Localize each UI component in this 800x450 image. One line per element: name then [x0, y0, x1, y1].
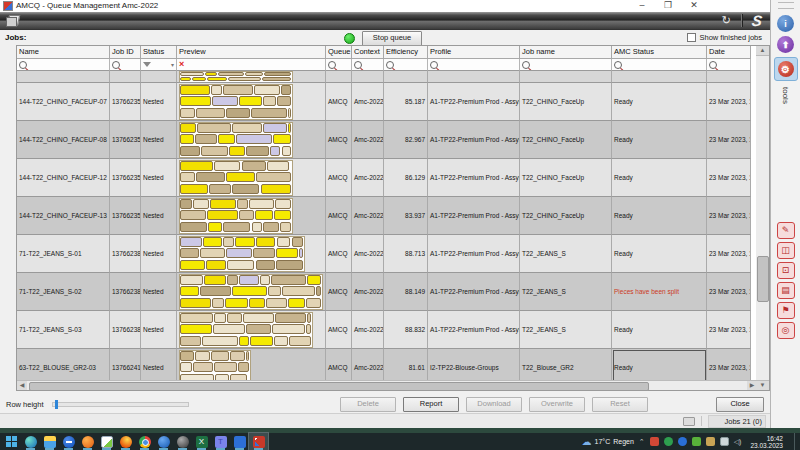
refresh-icon[interactable]: ↻	[722, 13, 731, 27]
filter-preview[interactable]: ×	[177, 59, 326, 71]
horizontal-scrollbar[interactable]: ◀ ▶	[17, 380, 757, 390]
filter-profile[interactable]	[428, 59, 520, 71]
column-header-profile[interactable]: Profile	[428, 46, 520, 59]
clear-filter-icon: ×	[179, 60, 184, 69]
table-row[interactable]: 144-T22_CHINO_FACEUP-0713766235NestedAMC…	[17, 83, 756, 121]
overwrite-button: Overwrite	[529, 397, 585, 412]
close-button[interactable]: Close	[716, 397, 764, 412]
filter-queue[interactable]	[326, 59, 352, 71]
filter-name[interactable]	[17, 59, 110, 71]
copy-icon[interactable]: ⊡	[777, 262, 795, 279]
flag-icon[interactable]: ⚑	[777, 302, 795, 319]
column-header-date[interactable]: Date	[707, 46, 751, 59]
upload-icon[interactable]: ⬆	[777, 36, 794, 53]
column-header-queue[interactable]: Queue	[326, 46, 352, 59]
filter-date[interactable]	[707, 59, 751, 71]
scroll-down-icon[interactable]: ▼	[756, 380, 769, 390]
tray-icon-4[interactable]	[692, 437, 701, 446]
minimize-button[interactable]: –	[636, 0, 648, 11]
column-header-context[interactable]: Context	[352, 46, 384, 59]
sidebar-grip[interactable]	[778, 2, 794, 9]
preview-thumbnail[interactable]	[179, 198, 293, 234]
table-row[interactable]: 71-T22_JEANS_S-0213766238NestedAMCQAmc-2…	[17, 273, 756, 311]
scroll-right-icon[interactable]: ▶	[747, 381, 757, 390]
column-header-preview[interactable]: Preview	[177, 46, 326, 59]
vertical-scroll-thumb[interactable]	[757, 256, 769, 302]
row-height-slider-thumb[interactable]	[55, 400, 58, 409]
queue-box-icon[interactable]	[6, 14, 20, 26]
taskbar-app-sphere-dark-icon[interactable]	[173, 433, 192, 450]
table-row[interactable]: 144-T22_CHINO_FACEUP-1313766235NestedAMC…	[17, 197, 756, 235]
tray-icon-1[interactable]	[650, 437, 659, 446]
table-row[interactable]: 144-T22_CHINO_FACEUP-0813766235NestedAMC…	[17, 121, 756, 159]
info-icon[interactable]: i	[777, 15, 794, 32]
taskbar-excel-icon[interactable]: X	[192, 433, 211, 450]
target-icon[interactable]: ◎	[777, 322, 795, 339]
cell-text-job_id: 13766235	[112, 212, 141, 219]
taskbar-notepad-icon[interactable]	[97, 433, 116, 450]
tray-icon-5[interactable]	[706, 437, 715, 446]
filter-amc_status[interactable]	[612, 59, 707, 71]
maximize-button[interactable]: ❐	[662, 0, 674, 11]
scroll-left-icon[interactable]: ◀	[17, 381, 27, 390]
status-keyboard-icon[interactable]	[683, 417, 695, 426]
filter-job_name[interactable]	[520, 59, 612, 71]
show-desktop-button[interactable]	[794, 433, 798, 450]
column-header-job_name[interactable]: Job name	[520, 46, 612, 59]
table-row[interactable]: 71-T22_JEANS_S-0313766238NestedAMCQAmc-2…	[17, 311, 756, 349]
filter-efficiency[interactable]	[384, 59, 428, 71]
preview-thumbnail[interactable]	[179, 312, 313, 348]
taskbar-amcq-active-icon[interactable]	[249, 433, 268, 450]
taskbar-file-explorer-icon[interactable]	[40, 433, 59, 450]
taskbar-teams-icon[interactable]: T	[211, 433, 230, 450]
column-header-job_id[interactable]: Job ID	[110, 46, 141, 59]
cell-text-status: Nested	[143, 212, 164, 219]
stop-queue-button[interactable]: Stop queue	[362, 31, 422, 46]
column-header-amc_status[interactable]: AMC Status	[612, 46, 707, 59]
cell-text-profile: A1-TP22-Premium Prod - Assyst	[430, 250, 520, 257]
vertical-scrollbar[interactable]: ▲ ▼	[756, 46, 769, 390]
report-icon[interactable]: ▤	[777, 282, 795, 299]
column-header-status[interactable]: Status	[141, 46, 177, 59]
taskbar-chrome-icon[interactable]	[135, 433, 154, 450]
column-header-efficiency[interactable]: Efficiency	[384, 46, 428, 59]
report-button[interactable]: Report	[403, 397, 459, 412]
taskbar-app-orange-icon[interactable]	[78, 433, 97, 450]
preview-thumbnail[interactable]	[179, 236, 305, 272]
search-filter-icon	[19, 61, 27, 69]
taskbar-edge-icon[interactable]	[21, 433, 40, 450]
preview-thumbnail[interactable]	[179, 274, 323, 310]
taskbar-app-blue-icon[interactable]	[59, 433, 78, 450]
tray-icon-3[interactable]	[678, 437, 687, 446]
filter-context[interactable]	[352, 59, 384, 71]
tray-chevron-icon[interactable]: ⌃	[639, 438, 645, 446]
tools-panel-selected[interactable]: ⚙	[774, 57, 798, 81]
taskbar-firefox-icon[interactable]	[116, 433, 135, 450]
taskbar-app-sphere-blue-icon[interactable]	[154, 433, 173, 450]
edit-icon[interactable]: ✎	[777, 222, 795, 239]
table-row[interactable]: 71-T22_JEANS_S-0113766238NestedAMCQAmc-2…	[17, 235, 756, 273]
show-finished-jobs[interactable]: Show finished jobs	[687, 33, 762, 42]
table-row[interactable]: 144-T22_CHINO_FACEUP-1213766235NestedAMC…	[17, 159, 756, 197]
taskbar-word-blue-icon[interactable]	[230, 433, 249, 450]
status-separator	[701, 416, 702, 426]
row-height-slider[interactable]	[52, 402, 189, 407]
tray-icon-2[interactable]	[664, 437, 673, 446]
taskbar-clock[interactable]: 16:42 23.03.2023	[750, 435, 783, 449]
preview-thumbnail[interactable]	[179, 84, 293, 120]
partial-scrolled-row[interactable]	[17, 71, 756, 83]
close-window-button[interactable]: ✕	[688, 0, 700, 11]
preview-thumbnail[interactable]	[179, 122, 293, 158]
preview-thumbnail[interactable]	[179, 160, 293, 196]
column-header-name[interactable]: Name	[17, 46, 110, 59]
volume-icon[interactable]: ◁)	[734, 438, 742, 446]
horizontal-scroll-thumb[interactable]	[29, 382, 649, 391]
start-button[interactable]	[2, 433, 21, 450]
scroll-up-icon[interactable]: ▲	[756, 46, 769, 56]
monitor-icon[interactable]: ◫	[777, 242, 795, 259]
filter-status[interactable]: ▾	[141, 59, 177, 71]
weather-widget[interactable]: ☁ 17°C Regen	[582, 436, 634, 447]
tray-monitor-icon[interactable]	[720, 437, 729, 446]
filter-job_id[interactable]	[110, 59, 141, 71]
show-finished-checkbox[interactable]	[687, 33, 696, 42]
